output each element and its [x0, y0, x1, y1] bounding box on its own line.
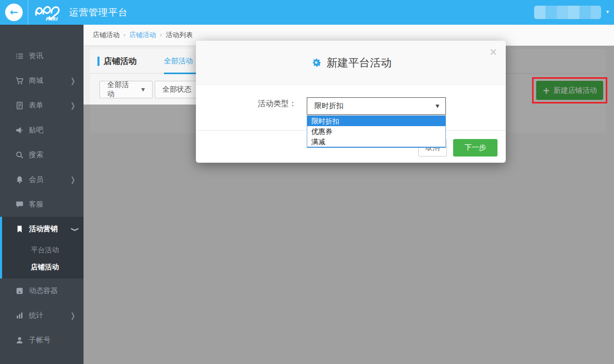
caret-down-icon: ▼: [436, 103, 439, 109]
logo-caption: PARI: [45, 16, 58, 22]
caret-down-icon: ▼: [141, 87, 145, 92]
chevron-right-icon: ❯: [71, 311, 75, 320]
filter-activity-type-select[interactable]: 全部活动 ▼: [99, 81, 153, 98]
sidebar-subitem-shop-activity[interactable]: 店铺活动: [2, 258, 84, 275]
sidebar-item-statistics[interactable]: 统计 ❯: [0, 303, 84, 328]
new-platform-activity-modal: 新建平台活动 × 活动类型： 限时折扣 ▼ 限时折扣 优惠券 满减 取消 下一步: [196, 41, 506, 163]
sidebar-item-label: 贴吧: [29, 126, 43, 135]
option-coupon[interactable]: 优惠券: [307, 126, 445, 136]
title-accent-bar: [97, 57, 99, 66]
bookmark-icon: [15, 225, 24, 233]
sidebar: 资讯 商城 ❯ 表单 ❯ 贴吧 搜索: [0, 25, 84, 364]
megaphone-icon: [15, 126, 24, 134]
sidebar-item-label: 资讯: [29, 51, 43, 61]
stats-icon: [15, 311, 24, 320]
container-icon: [15, 287, 24, 295]
chevron-right-icon: ❯: [71, 176, 75, 184]
sidebar-item-search[interactable]: 搜索: [0, 143, 84, 167]
option-limited-time-discount[interactable]: 限时折扣: [307, 116, 445, 126]
chevron-right-icon: ❯: [71, 77, 75, 85]
sidebar-item-label: 商城: [29, 76, 43, 85]
sidebar-item-news[interactable]: 资讯: [0, 44, 84, 68]
activity-type-selected-value: 限时折扣: [314, 101, 343, 111]
breadcrumb-item-current: 活动列表: [166, 30, 193, 40]
app-logo-icon: PARI: [34, 3, 66, 24]
list-icon: [15, 52, 24, 60]
user-account-blurred[interactable]: [534, 6, 601, 19]
form-icon: [15, 101, 24, 110]
app-title: 运营管理平台: [69, 0, 128, 25]
sidebar-item-label: 搜索: [29, 150, 43, 160]
activity-type-select[interactable]: 限时折扣 ▼: [307, 97, 446, 115]
sidebar-item-label: 表单: [29, 101, 43, 110]
chevron-right-icon: ❯: [71, 101, 75, 110]
filter-activity-label: 全部活动: [107, 80, 135, 99]
breadcrumb-separator: ›: [160, 31, 162, 39]
tab-all-activities[interactable]: 全部活动: [164, 57, 193, 66]
sidebar-item-label: 会员: [29, 175, 43, 184]
breadcrumb-separator: ›: [123, 31, 126, 39]
sidebar-item-label: 活动营销: [29, 224, 58, 234]
page-title: 店铺活动: [104, 56, 137, 67]
filter-status-label: 全部状态: [162, 85, 191, 94]
sidebar-item-tieba[interactable]: 贴吧: [0, 118, 84, 143]
activity-type-option-list: 限时折扣 优惠券 满减: [307, 115, 446, 148]
sidebar-item-marketing[interactable]: 活动营销 ❯: [2, 217, 84, 241]
sidebar-item-members[interactable]: 会员 ❯: [0, 167, 84, 192]
close-icon[interactable]: ×: [489, 46, 497, 57]
person-icon: [15, 336, 24, 344]
option-full-reduction[interactable]: 满减: [307, 136, 445, 147]
sidebar-active-section: 活动营销 ❯ 平台活动 店铺活动: [0, 217, 84, 279]
sidebar-item-label: 动态容器: [29, 286, 58, 296]
cart-icon: [15, 77, 24, 85]
sidebar-item-label: 统计: [29, 311, 43, 320]
user-dropdown-caret-icon[interactable]: ▾: [606, 9, 609, 14]
sidebar-item-label: 子帐号: [29, 336, 51, 345]
gear-icon: [310, 57, 322, 68]
modal-title: 新建平台活动: [327, 56, 392, 70]
sidebar-item-forms[interactable]: 表单 ❯: [0, 93, 84, 118]
sidebar-item-subaccount[interactable]: 子帐号: [0, 328, 84, 353]
topbar: ← PARI 运营管理平台 ▾: [0, 0, 614, 25]
next-step-button[interactable]: 下一步: [453, 139, 497, 157]
sidebar-item-dynamic-container[interactable]: 动态容器: [0, 279, 84, 303]
sidebar-item-mall[interactable]: 商城 ❯: [0, 68, 84, 93]
sidebar-item-service[interactable]: 客服: [0, 192, 84, 217]
breadcrumb-item-link[interactable]: 店铺活动: [129, 30, 156, 40]
topbar-divider: [28, 0, 28, 25]
chevron-down-icon: ❯: [71, 227, 79, 231]
breadcrumb-item: 店铺活动: [93, 30, 120, 40]
back-button[interactable]: ←: [5, 4, 23, 21]
search-icon: [15, 151, 24, 159]
bell-icon: [15, 176, 24, 184]
modal-header: 新建平台活动 ×: [196, 41, 506, 85]
chat-icon: [15, 200, 24, 209]
sidebar-item-label: 客服: [29, 200, 43, 209]
activity-type-label: 活动类型：: [227, 99, 296, 109]
sidebar-subitem-platform-activity[interactable]: 平台活动: [2, 241, 84, 258]
